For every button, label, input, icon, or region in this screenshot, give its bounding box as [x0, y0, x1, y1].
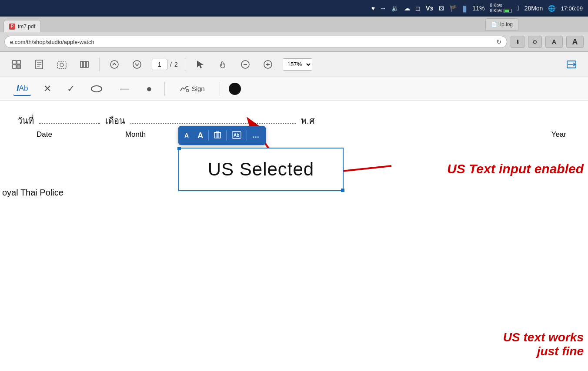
trash-icon — [214, 131, 221, 138]
popup-separator-1 — [208, 130, 209, 141]
ip-log-icon: 📄 — [491, 21, 498, 27]
hand-icon — [218, 60, 227, 69]
flag-icon: 🏴 — [450, 5, 457, 12]
eng-month-label: Month — [125, 130, 146, 139]
download-button[interactable]: ⬇ — [511, 36, 525, 48]
arrows-icon: ↔ — [380, 5, 386, 12]
sign-button[interactable]: Sign — [174, 82, 211, 95]
svg-rect-10 — [80, 61, 83, 67]
grid-view-button[interactable] — [9, 57, 24, 72]
page-navigation: / 2 — [152, 59, 178, 70]
font-decrease-button[interactable]: A — [181, 130, 192, 141]
resize-handle-br[interactable] — [341, 189, 344, 192]
date-display: 28Mon — [525, 5, 543, 12]
format-icon: Ab — [232, 131, 241, 139]
ip-log-tab[interactable]: 📄 ip.log — [485, 18, 518, 30]
svg-rect-8 — [57, 62, 66, 68]
battery-percent: 11% — [472, 5, 484, 12]
browser-chrome: P tm7.pdf 📄 ip.log e.com/th/shop/studio/… — [0, 17, 588, 52]
columns-icon — [80, 60, 89, 69]
reload-icon[interactable]: ↻ — [496, 38, 501, 45]
fit-width-button[interactable] — [564, 57, 579, 72]
thai-date-line: วันที่ เดือน พ.ศ — [17, 114, 571, 128]
more-options-button[interactable]: … — [249, 130, 263, 141]
page-total: 2 — [174, 61, 178, 68]
address-bar[interactable]: e.com/th/shop/studio/apple-watch ↻ — [4, 36, 507, 48]
svg-point-13 — [110, 61, 118, 68]
cursor-button[interactable] — [192, 57, 208, 72]
popup-separator-2 — [226, 130, 227, 141]
annot-divider-2 — [220, 82, 220, 96]
svg-rect-0 — [13, 61, 16, 64]
browser-actions: ⬇ ⚙ A A — [511, 36, 584, 48]
color-picker-button[interactable] — [229, 83, 241, 95]
cursor-icon — [196, 60, 204, 69]
toolbar-divider-1 — [99, 58, 100, 71]
url-text: e.com/th/shop/studio/apple-watch — [10, 39, 94, 45]
pdf-form-area: วันที่ เดือน พ.ศ Date Month Year — [0, 101, 588, 139]
sign-label: Sign — [192, 85, 205, 92]
month-underline — [130, 123, 296, 124]
cloud-icon: ☁ — [404, 5, 410, 12]
check-tool-button[interactable]: ✓ — [63, 81, 78, 96]
tab-tm7-pdf[interactable]: P tm7.pdf — [3, 20, 41, 32]
format-text-button[interactable]: Ab — [228, 129, 245, 142]
ip-log-label: ip.log — [500, 21, 513, 27]
line-tool-button[interactable]: — — [115, 82, 134, 95]
system-bar: ♥ ↔ 🔉 ☁ ◻ Vᴈ ⛝ 🏴 ▮ 11% 8 Kb/s 8 Kb/s  2… — [0, 0, 588, 17]
resize-handle-tl[interactable] — [177, 147, 181, 150]
pdf-tab-icon: P — [9, 24, 15, 30]
svg-point-24 — [186, 89, 189, 92]
font-small-button[interactable]: A — [545, 36, 563, 48]
dot-tool-button[interactable]: ● — [143, 81, 155, 96]
monitor-icon: ▮ — [462, 3, 467, 13]
page-up-icon — [110, 60, 119, 69]
svg-rect-11 — [84, 61, 86, 67]
thai-year-label: พ.ศ — [301, 114, 315, 128]
text-tool-button[interactable]: IAb — [13, 81, 31, 96]
zoom-select[interactable]: 157% 100% 125% 200% — [283, 58, 312, 71]
columns-button[interactable] — [77, 57, 92, 72]
snapshot-button[interactable] — [54, 57, 70, 72]
settings-button[interactable]: ⚙ — [528, 36, 542, 48]
cross-tool-button[interactable]: ✕ — [40, 81, 55, 96]
eng-year-label: Year — [551, 130, 566, 139]
page-view-button[interactable] — [31, 57, 47, 72]
oval-icon — [90, 84, 103, 93]
grid-icon — [12, 60, 21, 69]
address-bar-row: e.com/th/shop/studio/apple-watch ↻ ⬇ ⚙ A… — [0, 32, 588, 51]
page-number-input[interactable] — [152, 59, 167, 70]
text-selection-popup[interactable]: A A Ab … — [178, 126, 266, 145]
tab-label: tm7.pdf — [18, 24, 35, 30]
tab-bar: P tm7.pdf 📄 ip.log — [0, 17, 588, 32]
font-large-button[interactable]: A — [566, 36, 584, 48]
page-up-button[interactable] — [107, 57, 122, 72]
pdf-page: วันที่ เดือน พ.ศ Date Month Year A A — [0, 101, 588, 371]
annotation-top-text: US Text input enabled — [447, 162, 584, 176]
truck-icon: ⛝ — [438, 5, 444, 12]
annotation-toolbar: IAb ✕ ✓ — ● Sign — [0, 77, 588, 101]
svg-rect-3 — [17, 65, 20, 68]
popup-separator-3 — [247, 130, 247, 141]
zoom-in-button[interactable] — [260, 57, 276, 72]
thai-date-label: วันที่ — [17, 114, 34, 128]
ve-icon: Vᴈ — [426, 5, 433, 12]
network-label: 8 Kb/s 8 Kb/s — [490, 3, 511, 13]
delete-text-button[interactable] — [210, 129, 224, 142]
zoom-in-icon — [263, 60, 273, 69]
font-increase-button[interactable]: A — [194, 129, 207, 142]
zoom-out-icon — [241, 60, 250, 69]
window-icon: ◻ — [415, 5, 421, 12]
page-icon — [35, 60, 43, 69]
zoom-out-button[interactable] — [237, 57, 253, 72]
annotation-top-right: US Text input enabled — [447, 162, 584, 176]
oval-tool-button[interactable] — [87, 83, 106, 95]
hand-button[interactable] — [215, 57, 231, 72]
svg-point-23 — [91, 86, 102, 92]
selected-text-box[interactable]: US Selected — [178, 148, 344, 191]
page-separator: / — [170, 61, 172, 68]
page-down-button[interactable] — [129, 57, 145, 72]
fit-width-icon — [566, 59, 577, 70]
svg-text:Ab: Ab — [234, 133, 239, 138]
english-labels-row: Date Month Year — [17, 130, 571, 139]
